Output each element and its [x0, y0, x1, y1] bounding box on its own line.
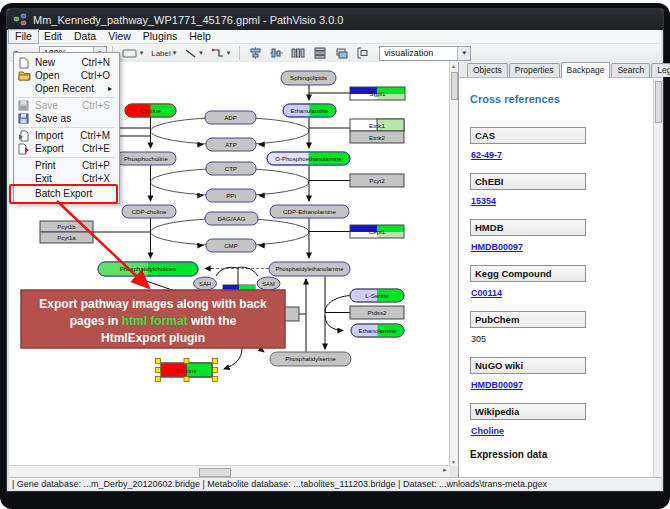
node-choline-top[interactable]: Choline [125, 104, 176, 117]
node-ppi[interactable]: PPi [206, 189, 256, 202]
order-icon [356, 47, 369, 59]
link-cas[interactable]: 62-49-7 [471, 150, 647, 160]
menu-data[interactable]: Data [68, 30, 102, 43]
tab-properties[interactable]: Properties [509, 63, 560, 77]
node-phosphatidylethanolamine[interactable]: Phosphatidylethanolamine [269, 262, 350, 276]
menu-item-print[interactable]: Print Ctrl+P [15, 159, 116, 172]
svg-text:Pcyt1b: Pcyt1b [57, 224, 76, 230]
node-o-phosphoethanolamine[interactable]: O-Phosphoethanolamine [267, 152, 350, 165]
stack-button[interactable] [332, 46, 351, 61]
screenshot-stage: Mm_Kennedy_pathway_WP1771_45176.gpml - P… [0, 0, 670, 509]
menu-file[interactable]: File [9, 30, 38, 43]
svg-text:Etnk2: Etnk2 [369, 134, 385, 141]
menu-item-open-recent[interactable]: Open Recent ▸ [15, 82, 116, 95]
link-nugo[interactable]: HMDB00097 [471, 380, 647, 390]
tab-backpage[interactable]: Backpage [561, 62, 611, 78]
node-cdp-ethanolamine[interactable]: CDP-Ethanolamine [270, 205, 349, 218]
menu-view[interactable]: View [102, 30, 137, 43]
scroll-right-icon[interactable]: ► [442, 467, 448, 473]
menu-edit[interactable]: Edit [38, 30, 68, 43]
link-hmdb[interactable]: HMDB00097 [471, 242, 647, 252]
panel-scroll-thumb[interactable] [655, 81, 662, 123]
link-wikipedia[interactable]: Choline [471, 426, 647, 436]
menu-item-import[interactable]: Import Ctrl+M [15, 129, 116, 142]
node-pcyt1a[interactable]: Pcyt1a [40, 232, 93, 243]
svg-text:Pcyt2: Pcyt2 [369, 177, 385, 184]
tab-objects[interactable]: Objects [467, 63, 508, 77]
panel-scrollbar[interactable] [653, 79, 662, 477]
link-chebi[interactable]: 15354 [471, 196, 647, 206]
align-center-button[interactable] [246, 46, 265, 61]
visualization-dropdown-icon[interactable]: ▾ [457, 47, 470, 60]
canvas-horizontal-scrollbar[interactable]: ► [9, 465, 450, 477]
align-middle-icon [270, 47, 283, 59]
node-sphingolipids[interactable]: Sphingolipids [281, 71, 336, 85]
scroll-down-icon[interactable]: ▼ [451, 459, 456, 465]
menu-item-save: Save Ctrl+S [15, 99, 116, 112]
toolbar-separator [239, 46, 240, 60]
node-atp[interactable]: ATP [206, 138, 256, 151]
node-cmp[interactable]: CMP [206, 239, 256, 252]
node-ethanolamine-lower[interactable]: Ethanolamine [351, 324, 404, 337]
tab-search[interactable]: Search [611, 63, 650, 77]
node-cept1[interactable]: Cept1 [350, 225, 404, 238]
svg-text:L-Serine: L-Serine [365, 292, 389, 299]
svg-text:Cept1: Cept1 [369, 228, 386, 235]
line-icon [184, 48, 197, 59]
node-choline-selected[interactable]: Choline [156, 359, 218, 382]
reaction-ellipses [151, 118, 309, 246]
window-title: Mm_Kennedy_pathway_WP1771_45176.gpml - P… [33, 14, 343, 26]
distribute-horizontal-button[interactable] [288, 46, 308, 61]
section-header-pubchem: PubChem [470, 311, 586, 328]
file-menu-popup: New Ctrl+N Open Ctrl+O Open Recent ▸ Sav… [13, 52, 120, 204]
connector-tool[interactable]: ▾ [208, 46, 234, 61]
canvas-hscroll-thumb[interactable] [199, 468, 231, 477]
menu-separator [18, 97, 114, 98]
node-pcyt2[interactable]: Pcyt2 [350, 174, 404, 187]
node-ethanolamine-top[interactable]: Ethanolamine [283, 104, 336, 117]
menu-item-new[interactable]: New Ctrl+N [15, 56, 116, 69]
label-tool[interactable]: Label ▾ [148, 46, 179, 61]
svg-text:DAG/AAG: DAG/AAG [217, 215, 245, 222]
node-phosphocholine[interactable]: Phosphocholine [116, 152, 176, 165]
menu-help[interactable]: Help [183, 30, 217, 43]
node-sah[interactable]: SAH [194, 277, 217, 290]
canvas-vscroll-thumb[interactable] [451, 72, 458, 100]
node-pcyt1b[interactable]: Pcyt1b [40, 221, 93, 232]
menu-item-open[interactable]: Open Ctrl+O [15, 69, 116, 82]
node-phosphatidylserine[interactable]: Phosphatidylserine [270, 352, 351, 366]
menu-separator [18, 157, 114, 158]
node-dag-aag[interactable]: DAG/AAG [205, 212, 258, 225]
node-phosphatidylcholines[interactable]: Phosphatidylcholines [98, 262, 198, 276]
svg-text:HtmlExport plugin: HtmlExport plugin [101, 331, 205, 345]
menu-item-save-as[interactable]: Save as [15, 112, 116, 125]
svg-text:CTP: CTP [225, 165, 237, 172]
visualization-combo[interactable]: visualization ▾ [379, 46, 471, 61]
import-icon [18, 130, 32, 141]
align-middle-button[interactable] [267, 46, 286, 61]
menu-item-export[interactable]: Export Ctrl+E [15, 142, 116, 155]
node-cdp-choline[interactable]: CDP-choline [122, 205, 176, 218]
svg-text:CDP-choline: CDP-choline [132, 208, 167, 215]
order-button[interactable] [353, 46, 372, 61]
node-ptdss2[interactable]: Ptdss2 [350, 306, 404, 319]
line-tool[interactable]: ▾ [181, 46, 206, 61]
tab-legend[interactable]: Legend [651, 63, 670, 77]
svg-text:ATP: ATP [225, 141, 237, 148]
node-sgpl1[interactable]: Sgpl1 [350, 87, 405, 100]
link-kegg[interactable]: C00114 [471, 288, 647, 298]
node-sam[interactable]: SAM [257, 277, 280, 290]
distribute-vertical-icon [313, 47, 327, 59]
node-etnk1[interactable]: Etnk1 [350, 119, 404, 131]
menu-plugins[interactable]: Plugins [137, 30, 183, 43]
canvas-vertical-scrollbar[interactable]: ▲ ▼ [449, 62, 458, 466]
node-ctp[interactable]: CTP [206, 162, 256, 175]
node-l-serine[interactable]: L-Serine [350, 289, 404, 302]
gene-datanode-tool[interactable]: ▾ [119, 46, 147, 61]
section-header-chebi: ChEBI [470, 173, 586, 190]
scroll-up-icon[interactable]: ▲ [451, 63, 456, 69]
node-etnk2[interactable]: Etnk2 [350, 131, 404, 143]
menu-bar: File Edit Data View Plugins Help [9, 30, 661, 44]
node-adp[interactable]: ADP [205, 111, 256, 124]
distribute-vertical-button[interactable] [310, 46, 330, 61]
